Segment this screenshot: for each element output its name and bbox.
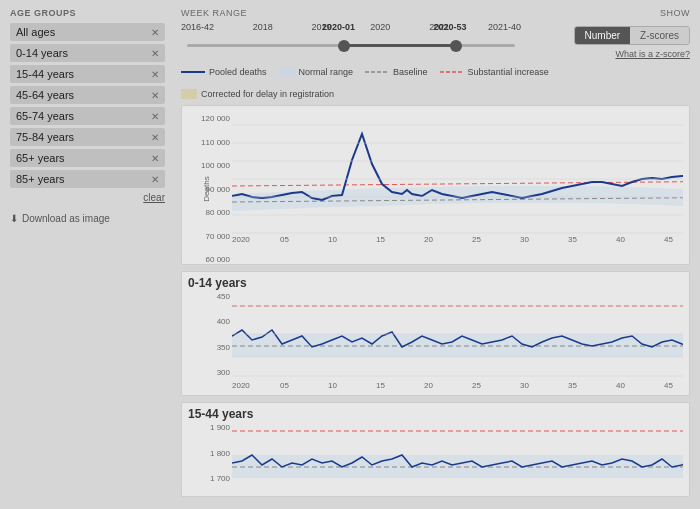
show-toggle: Number Z-scores <box>574 26 690 45</box>
age-tag-all-remove[interactable]: ✕ <box>151 27 159 38</box>
legend-corrected-rect <box>181 89 197 99</box>
age-tag-75-84-remove[interactable]: ✕ <box>151 132 159 143</box>
svg-text:45: 45 <box>664 381 673 390</box>
clear-link[interactable]: clear <box>10 192 165 203</box>
main-y-70: 70 000 <box>196 232 230 241</box>
download-label: Download as image <box>22 213 110 224</box>
age-0-14-svg: 2020 05 10 15 20 25 30 35 40 45 50 <box>232 292 683 392</box>
age-tag-all-label: All ages <box>16 26 55 38</box>
download-link[interactable]: ⬇ Download as image <box>10 213 165 224</box>
age-tag-75-84-label: 75-84 years <box>16 131 74 143</box>
age-tag-65plus-remove[interactable]: ✕ <box>151 153 159 164</box>
age-tag-15-44-remove[interactable]: ✕ <box>151 69 159 80</box>
age1544-y-1700: 1 700 <box>196 474 230 483</box>
legend-normal-range: Normal range <box>279 67 354 77</box>
age-tag-0-14: 0-14 years ✕ <box>10 44 165 62</box>
svg-text:25: 25 <box>472 235 481 244</box>
toggle-zscore-btn[interactable]: Z-scores <box>630 27 689 44</box>
legend-pooled-line <box>181 71 205 73</box>
svg-text:15: 15 <box>376 381 385 390</box>
svg-text:40: 40 <box>616 381 625 390</box>
svg-text:10: 10 <box>328 381 337 390</box>
age-tag-85plus: 85+ years ✕ <box>10 170 165 188</box>
show-label: SHOW <box>660 8 690 18</box>
age-tag-65-74: 65-74 years ✕ <box>10 107 165 125</box>
legend-baseline-label: Baseline <box>393 67 428 77</box>
age-0-14-chart-inner: 450 400 350 300 2020 05 <box>188 292 683 392</box>
year-label-1: 2018 <box>253 22 273 32</box>
age-tag-45-64-label: 45-64 years <box>16 89 74 101</box>
age-tag-85plus-remove[interactable]: ✕ <box>151 174 159 185</box>
main-y-110: 110 000 <box>196 138 230 147</box>
main-chart-inner: Deaths 120 000 110 000 100 000 90 000 80… <box>188 114 683 264</box>
age014-y-450: 450 <box>196 292 230 301</box>
main-y-60: 60 000 <box>196 255 230 264</box>
week-range-section: WEEK RANGE 2016-42 2018 2019 2020 2021 2… <box>181 8 574 47</box>
age-0-14-chart-panel: 0-14 years 450 400 350 300 <box>181 271 690 396</box>
age-tag-65-74-label: 65-74 years <box>16 110 74 122</box>
age-tag-65-74-remove[interactable]: ✕ <box>151 111 159 122</box>
age-tag-all: All ages ✕ <box>10 23 165 41</box>
svg-text:25: 25 <box>472 381 481 390</box>
show-section: SHOW Number Z-scores What is a z-score? <box>574 8 690 59</box>
slider-track: 2020-01 2020-53 <box>187 44 515 47</box>
age-15-44-title: 15-44 years <box>188 407 683 421</box>
legend-substantial-label: Substantial increase <box>468 67 549 77</box>
legend-normal-rect <box>279 67 295 77</box>
main-content: WEEK RANGE 2016-42 2018 2019 2020 2021 2… <box>175 0 700 509</box>
week-range-label: WEEK RANGE <box>181 8 574 18</box>
main-y-100: 100 000 <box>196 161 230 170</box>
top-controls: WEEK RANGE 2016-42 2018 2019 2020 2021 2… <box>181 8 690 59</box>
svg-marker-3 <box>232 186 683 211</box>
svg-text:20: 20 <box>424 381 433 390</box>
age014-y-350: 350 <box>196 343 230 352</box>
legend-corrected-label: Corrected for delay in registration <box>201 89 334 99</box>
age-tag-15-44-label: 15-44 years <box>16 68 74 80</box>
week-range-slider[interactable]: 2016-42 2018 2019 2020 2021 2021-40 2020… <box>181 22 521 47</box>
year-label-0: 2016-42 <box>181 22 214 32</box>
svg-text:30: 30 <box>520 381 529 390</box>
age014-y-300: 300 <box>196 368 230 377</box>
main-y-80: 80 000 <box>196 208 230 217</box>
age-tag-15-44: 15-44 years ✕ <box>10 65 165 83</box>
svg-text:30: 30 <box>520 235 529 244</box>
age-15-44-chart-inner: 1 900 1 800 1 700 <box>188 423 683 495</box>
range-end-label: 2020-53 <box>433 22 466 32</box>
svg-text:20: 20 <box>424 235 433 244</box>
sidebar: AGE GROUPS All ages ✕ 0-14 years ✕ 15-44… <box>0 0 175 509</box>
age1544-y-1900: 1 900 <box>196 423 230 432</box>
main-y-90: 90 000 <box>196 185 230 194</box>
svg-text:35: 35 <box>568 235 577 244</box>
age-tag-45-64-remove[interactable]: ✕ <box>151 90 159 101</box>
age-tag-65plus-label: 65+ years <box>16 152 65 164</box>
year-label-3: 2020 <box>370 22 390 32</box>
range-start-label: 2020-01 <box>322 22 355 32</box>
slider-thumb-right[interactable]: 2020-53 <box>450 40 462 52</box>
age1544-y-1800: 1 800 <box>196 449 230 458</box>
svg-text:2020: 2020 <box>232 381 250 390</box>
svg-text:05: 05 <box>280 235 289 244</box>
age-15-44-svg <box>232 423 683 495</box>
age-15-44-chart-panel: 15-44 years 1 900 1 800 1 700 <box>181 402 690 497</box>
legend-substantial-line <box>440 70 464 74</box>
svg-text:40: 40 <box>616 235 625 244</box>
year-label-5: 2021-40 <box>488 22 521 32</box>
age-0-14-title: 0-14 years <box>188 276 683 290</box>
legend-substantial: Substantial increase <box>440 67 549 77</box>
zscore-link[interactable]: What is a z-score? <box>615 49 690 59</box>
legend-baseline: Baseline <box>365 67 428 77</box>
main-y-120: 120 000 <box>196 114 230 123</box>
legend-baseline-line <box>365 70 389 74</box>
slider-fill <box>344 44 456 47</box>
age-tag-0-14-remove[interactable]: ✕ <box>151 48 159 59</box>
legend-normal-label: Normal range <box>299 67 354 77</box>
toggle-number-btn[interactable]: Number <box>575 27 631 44</box>
main-chart-svg: 2020 05 10 15 20 25 30 35 40 45 50 <box>232 114 683 244</box>
svg-text:05: 05 <box>280 381 289 390</box>
legend-pooled-deaths: Pooled deaths <box>181 67 267 77</box>
age-tag-65plus: 65+ years ✕ <box>10 149 165 167</box>
slider-thumb-left[interactable]: 2020-01 <box>338 40 350 52</box>
age-tag-85plus-label: 85+ years <box>16 173 65 185</box>
svg-text:45: 45 <box>664 235 673 244</box>
main-chart-panel: Deaths 120 000 110 000 100 000 90 000 80… <box>181 105 690 265</box>
